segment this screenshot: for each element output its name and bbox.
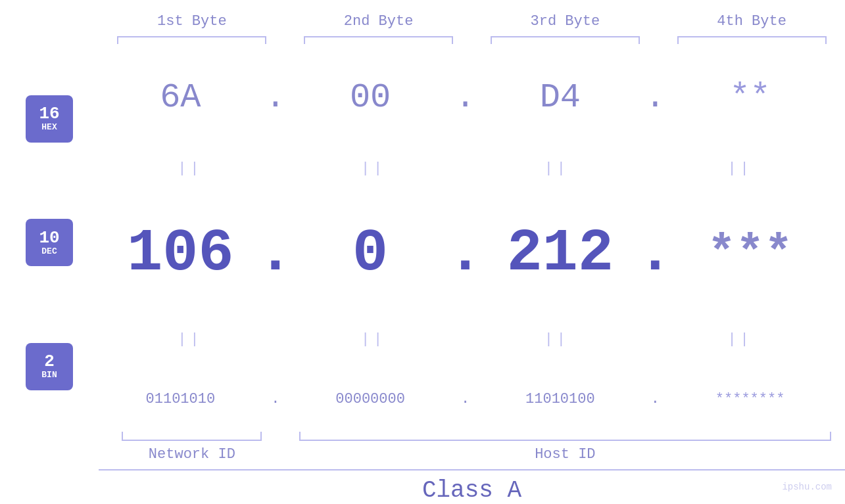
- bracket-top-2: [304, 36, 453, 44]
- hex-badge-label: HEX: [41, 122, 57, 133]
- byte1-header: 1st Byte: [99, 13, 285, 30]
- bin-badge-label: BIN: [41, 370, 57, 380]
- hex-dot-1: .: [265, 78, 285, 117]
- eq2-b1: ||: [99, 331, 282, 348]
- bin-badge: 2 BIN: [26, 343, 73, 390]
- bottom-area: Network ID Host ID: [0, 432, 845, 463]
- bin-row: 01101010 . 00000000 . 11010100 . *******…: [99, 391, 832, 407]
- hex-badge: 16 HEX: [26, 95, 73, 143]
- dec-b2: 0: [352, 224, 388, 283]
- bin-b3: 11010100: [525, 391, 595, 407]
- watermark: ipshu.com: [782, 482, 832, 492]
- eq1-b3: ||: [466, 160, 649, 177]
- bin-b1: 01101010: [146, 391, 216, 407]
- dec-badge-num: 10: [39, 229, 59, 246]
- id-labels: Network ID Host ID: [99, 446, 845, 463]
- hex-b1: 6A: [160, 78, 201, 117]
- eq1-b4: ||: [648, 160, 832, 177]
- hex-dot-2: .: [455, 78, 475, 117]
- hex-b2: 00: [350, 78, 391, 117]
- bin-b4: ********: [715, 391, 785, 407]
- byte4-header: 4th Byte: [658, 13, 845, 30]
- byte2-header: 2nd Byte: [285, 13, 472, 30]
- dec-b3: 212: [507, 224, 614, 283]
- network-id-label: Network ID: [99, 446, 285, 463]
- dec-dot-3: .: [637, 220, 673, 287]
- equals-row-2: || || || ||: [99, 331, 832, 348]
- hex-dot-3: .: [645, 78, 665, 117]
- page-container: 1st Byte 2nd Byte 3rd Byte 4th Byte 16 H…: [0, 0, 845, 504]
- bin-b2: 00000000: [335, 391, 405, 407]
- bracket-top-3: [491, 36, 640, 44]
- dec-badge: 10 DEC: [26, 219, 73, 266]
- top-brackets: [0, 36, 845, 44]
- dec-badge-label: DEC: [41, 246, 57, 257]
- equals-row-1: || || || ||: [99, 160, 832, 177]
- dec-b4: ***: [708, 227, 793, 281]
- hex-badge-num: 16: [39, 105, 59, 122]
- eq2-b2: ||: [282, 331, 466, 348]
- eq1-b2: ||: [282, 160, 466, 177]
- bottom-brackets: [99, 432, 845, 441]
- dec-dot-2: .: [448, 220, 483, 287]
- bin-badge-num: 2: [44, 353, 55, 370]
- hex-b4: **: [729, 78, 770, 117]
- eq2-b3: ||: [466, 331, 649, 348]
- byte3-header: 3rd Byte: [472, 13, 659, 30]
- dec-b1: 106: [127, 224, 233, 283]
- base-badges: 16 HEX 10 DEC 2 BIN: [0, 57, 99, 428]
- dec-row: 106 . 0 . 212 . ***: [99, 220, 832, 287]
- bracket-top-1: [117, 36, 266, 44]
- bracket-bottom-network: [122, 432, 262, 441]
- byte-headers: 1st Byte 2nd Byte 3rd Byte 4th Byte: [0, 13, 845, 30]
- eq2-b4: ||: [648, 331, 832, 348]
- bin-dot-1: .: [271, 391, 279, 407]
- class-bracket-line: [99, 469, 845, 470]
- bin-dot-2: .: [461, 391, 470, 407]
- main-content: 16 HEX 10 DEC 2 BIN 6A . 00 . D4 . **: [0, 57, 845, 428]
- hex-row: 6A . 00 . D4 . **: [99, 78, 832, 117]
- host-id-label: Host ID: [285, 446, 845, 463]
- class-label: Class A: [0, 477, 845, 504]
- bracket-bottom-host: [299, 432, 831, 441]
- dec-dot-1: .: [258, 220, 293, 287]
- eq1-b1: ||: [99, 160, 282, 177]
- hex-b3: D4: [540, 78, 581, 117]
- bracket-top-4: [677, 36, 827, 44]
- bin-dot-3: .: [651, 391, 660, 407]
- rows-area: 6A . 00 . D4 . ** || || || || 106 . 0 .: [99, 57, 845, 428]
